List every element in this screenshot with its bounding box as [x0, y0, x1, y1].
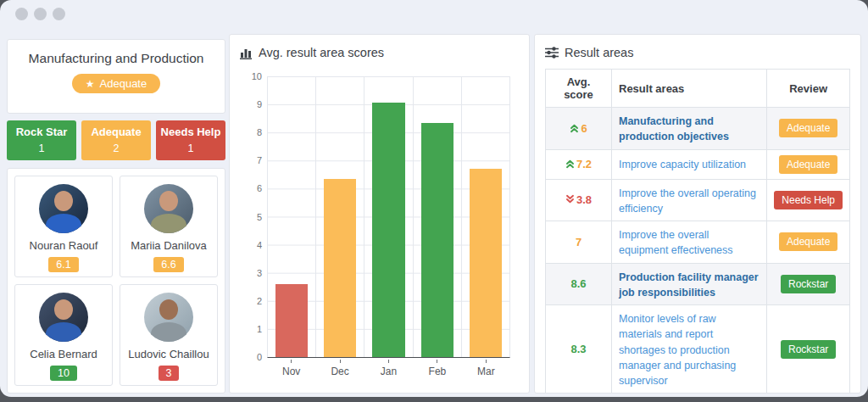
avg-score-cell: 6: [546, 108, 612, 150]
status-label: Adequate: [81, 125, 151, 141]
member-name: Ludovic Chaillou: [120, 348, 217, 360]
result-area-cell: Monitor levels of raw materials and repo…: [612, 305, 767, 394]
chart-column-dec: [316, 76, 364, 357]
avatar: [39, 184, 88, 233]
result-areas-table: Avg. score Result areas Review 6Manufact…: [545, 69, 850, 394]
y-axis-tick-label: 5: [257, 212, 262, 222]
y-axis-tick-label: 8: [257, 127, 262, 137]
result-area-cell: Manufacturing and production objectives: [612, 108, 767, 150]
result-area-link[interactable]: Monitor levels of raw materials and repo…: [619, 313, 736, 387]
member-card[interactable]: Celia Bernard10: [14, 284, 113, 386]
result-area-row: 8.6Production facility manager job respo…: [546, 263, 850, 305]
x-axis-category: Jan: [364, 360, 413, 382]
y-axis-tick-label: 6: [257, 183, 262, 193]
y-axis-tick-label: 7: [257, 155, 262, 165]
avatar-head: [159, 191, 178, 211]
result-area-row: 6Manufacturing and production objectives…: [546, 108, 850, 150]
member-card[interactable]: Mariia Danilova6.6: [120, 176, 218, 277]
status-count: 2: [81, 141, 151, 156]
x-axis-tick: [291, 360, 292, 363]
avatar: [144, 293, 193, 342]
chart-bar-jan: [372, 103, 404, 357]
status-box-rock-star: Rock Star1: [7, 120, 76, 160]
window-control-dot-3[interactable]: [53, 8, 65, 20]
x-axis-label: Nov: [267, 366, 315, 377]
chart-bar-nov: [275, 284, 308, 357]
avg-score-cell: 3.8: [546, 179, 612, 221]
avg-score-value: 7: [576, 236, 581, 248]
x-axis-category: Feb: [413, 360, 461, 382]
x-axis-category: Dec: [315, 360, 364, 382]
avg-score-cell: 7.2: [546, 149, 612, 179]
team-rating-label: Adequate: [100, 77, 147, 90]
y-axis-tick-label: 9: [257, 99, 262, 109]
avg-score-cell: 8.3: [546, 305, 612, 394]
x-axis-tick: [340, 360, 341, 363]
avg-score-value: 3.8: [576, 193, 592, 206]
window-control-dot-2[interactable]: [34, 8, 47, 20]
result-area-link[interactable]: Manufacturing and production objectives: [619, 115, 729, 142]
chart-panel-title: Avg. result area scores: [240, 46, 519, 59]
chart-column-feb: [414, 76, 462, 357]
result-area-cell: Improve capacity utilization: [612, 149, 767, 179]
chart-bar-mar: [470, 169, 502, 357]
avg-score-value: 8.6: [570, 277, 586, 290]
y-axis-tick-label: 2: [257, 296, 262, 306]
member-card[interactable]: Ludovic Chaillou3: [120, 284, 218, 386]
result-area-row: 3.8Improve the overall operating efficie…: [546, 179, 850, 221]
avatar-torso: [46, 322, 81, 342]
review-button[interactable]: Adequate: [779, 232, 837, 251]
review-cell: Adequate: [767, 149, 850, 179]
member-name: Celia Bernard: [15, 348, 112, 360]
bar-chart-icon: [240, 47, 253, 59]
member-name: Mariia Danilova: [120, 239, 217, 252]
avg-score-cell: 7: [546, 221, 612, 264]
window-control-dot-1[interactable]: [15, 8, 28, 20]
team-members-card: Nouran Raouf6.1Mariia Danilova6.6Celia B…: [7, 168, 225, 394]
result-area-link[interactable]: Improve the overall equipment effectiven…: [619, 229, 733, 256]
avatar: [144, 184, 193, 233]
status-label: Rock Star: [7, 125, 76, 141]
avg-score-value: 7.2: [576, 158, 592, 170]
x-axis-label: Feb: [413, 366, 461, 377]
avatar-torso: [46, 214, 81, 233]
result-areas-panel-title: Result areas: [545, 46, 850, 59]
x-axis-tick: [486, 360, 487, 363]
x-axis-tick: [388, 360, 389, 363]
review-button[interactable]: Needs Help: [774, 191, 843, 209]
header-result-areas: Result areas: [612, 70, 767, 108]
result-area-cell: Improve the overall operating efficiency: [612, 179, 767, 221]
header-avg-score: Avg. score: [546, 70, 612, 108]
status-count: 1: [7, 141, 76, 156]
member-score-badge: 6.1: [48, 257, 78, 272]
result-area-link[interactable]: Production facility manager job responsi…: [619, 271, 759, 299]
chart-bar-feb: [421, 123, 453, 357]
result-area-row: 8.3Monitor levels of raw materials and r…: [546, 305, 850, 394]
review-button[interactable]: Rockstar: [781, 340, 836, 359]
x-axis-category: Nov: [267, 360, 315, 382]
chart-column-nov: [268, 76, 316, 357]
avatar: [39, 293, 88, 342]
avatar-head: [54, 299, 73, 320]
chart-x-axis: NovDecJanFebMar: [267, 360, 510, 382]
avg-score-value: 8.3: [570, 343, 586, 355]
x-axis-category: Mar: [462, 360, 510, 382]
bar-chart: 012345678910 NovDecJanFebMar: [240, 66, 519, 382]
status-box-needs-help: Needs Help1: [156, 120, 225, 160]
result-area-link[interactable]: Improve capacity utilization: [619, 159, 746, 170]
result-area-cell: Improve the overall equipment effectiven…: [612, 221, 767, 264]
member-card[interactable]: Nouran Raouf6.1: [14, 176, 113, 277]
review-button[interactable]: Adequate: [779, 119, 837, 137]
y-axis-tick-label: 0: [257, 352, 262, 362]
avatar-head: [54, 191, 73, 211]
chart-column-mar: [462, 76, 509, 357]
review-button[interactable]: Rockstar: [781, 275, 836, 293]
dashboard-screen: Manufacturing and Production ★ Adequate …: [0, 0, 868, 397]
result-areas-header-row: Avg. score Result areas Review: [546, 70, 850, 108]
result-area-link[interactable]: Improve the overall operating efficiency: [619, 187, 756, 215]
review-button[interactable]: Adequate: [779, 155, 837, 174]
review-cell: Adequate: [767, 221, 850, 264]
sliders-icon: [545, 47, 559, 59]
chart-column-jan: [364, 76, 413, 357]
team-header-card: Manufacturing and Production ★ Adequate: [7, 39, 225, 114]
